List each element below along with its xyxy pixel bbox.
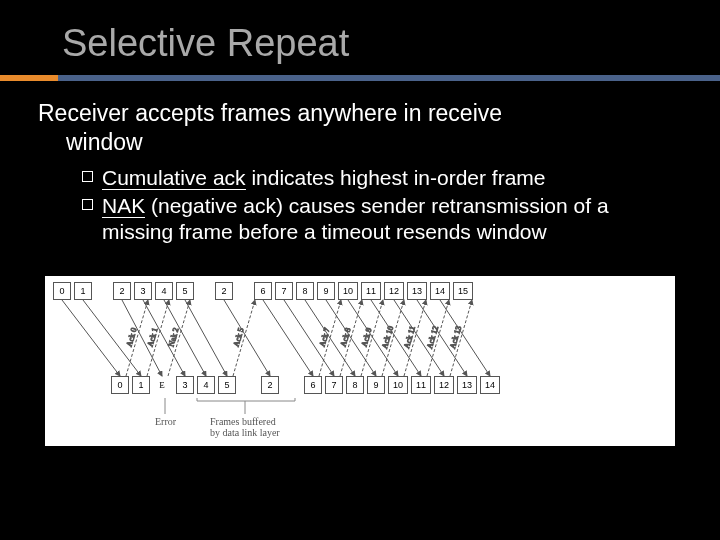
svg-text:Ack 1: Ack 1 — [146, 327, 160, 348]
bullet-text: Cumulative ack indicates highest in-orde… — [102, 165, 682, 191]
svg-line-6 — [224, 300, 270, 376]
bullet-underlined: Cumulative ack — [102, 166, 246, 190]
buffered-label-line2: by data link layer — [210, 427, 280, 438]
square-bullet-icon — [82, 171, 93, 182]
bullet-list: Cumulative ack indicates highest in-orde… — [38, 165, 682, 246]
bullet-rest: (negative ack) causes sender retransmiss… — [102, 194, 609, 243]
bullet-underlined: NAK — [102, 194, 145, 218]
svg-line-7 — [263, 300, 313, 376]
svg-line-15 — [440, 300, 490, 376]
title-underline — [0, 75, 720, 81]
underline-main — [58, 75, 720, 81]
error-label: Error — [155, 416, 176, 427]
slide: Selective Repeat Receiver accepts frames… — [0, 0, 720, 540]
bullet-rest: indicates highest in-order frame — [246, 166, 546, 189]
arrows-svg: Ack 0Ack 1Nak 2Ack 5Ack 7Ack 8Ack 9Ack 1… — [45, 276, 675, 446]
buffered-label: Frames buffered by data link layer — [210, 416, 280, 438]
svg-text:Ack 0: Ack 0 — [125, 327, 139, 348]
underline-accent — [0, 75, 58, 81]
svg-text:Ack 5: Ack 5 — [232, 327, 246, 348]
svg-line-5 — [185, 300, 227, 376]
buffered-label-line1: Frames buffered — [210, 416, 276, 427]
bullet-text: NAK (negative ack) causes sender retrans… — [102, 193, 682, 246]
svg-text:Nak 2: Nak 2 — [167, 327, 181, 348]
main-text-line1: Receiver accepts frames anywhere in rece… — [38, 100, 502, 126]
protocol-diagram: 01234526789101112131415 01E3452678910111… — [45, 276, 675, 446]
main-text-line2: window — [38, 128, 682, 157]
svg-line-0 — [62, 300, 120, 376]
svg-text:Ack 9: Ack 9 — [360, 327, 374, 348]
bullet-item: Cumulative ack indicates highest in-orde… — [82, 165, 682, 191]
slide-title: Selective Repeat — [0, 0, 720, 75]
bullet-item: NAK (negative ack) causes sender retrans… — [82, 193, 682, 246]
content-area: Receiver accepts frames anywhere in rece… — [0, 81, 720, 245]
square-bullet-icon — [82, 199, 93, 210]
main-text: Receiver accepts frames anywhere in rece… — [38, 99, 682, 157]
